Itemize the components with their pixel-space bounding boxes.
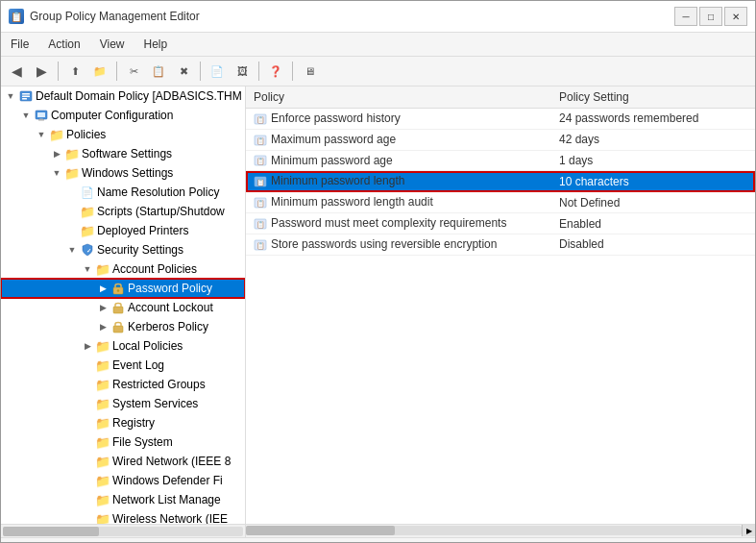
wireless-network-toggle (80, 511, 95, 524)
copy-button[interactable]: 📋 (147, 60, 170, 83)
account-lockout-toggle[interactable]: ▶ (95, 300, 110, 315)
kerberos-toggle[interactable]: ▶ (95, 319, 110, 334)
policy-name: Minimum password age (271, 154, 393, 167)
tree-h-scrollbar[interactable] (1, 525, 246, 537)
tree-panel[interactable]: ▼ Default Domain Policy [ADBASICS.THM ▲ … (1, 86, 246, 524)
tree-windows-settings[interactable]: ▼ 📁 Windows Settings (1, 163, 245, 183)
tree-computer-config[interactable]: ▼ Computer Configuration (1, 106, 245, 125)
file-system-icon: 📁 (95, 434, 110, 450)
wired-network-toggle (80, 454, 95, 469)
svg-rect-7 (39, 119, 43, 120)
tree-restricted-groups[interactable]: 📁 Restricted Groups (1, 375, 245, 394)
view-button[interactable]: 🖼 (231, 60, 254, 83)
setting-column-header[interactable]: Policy Setting (551, 86, 755, 109)
tree-wired-network[interactable]: 📁 Wired Network (IEEE 8 (1, 452, 245, 471)
computer-config-toggle[interactable]: ▼ (18, 108, 34, 123)
back-button[interactable]: ◀ (5, 60, 28, 83)
table-row[interactable]: 📋Store passwords using reversible encryp… (246, 234, 755, 255)
table-row[interactable]: 📋Minimum password age1 days (246, 150, 755, 171)
detail-h-scrollbar[interactable]: ▶ (246, 525, 755, 537)
detail-panel: Policy Policy Setting 📋Enforce password … (246, 86, 755, 524)
delete-button[interactable]: ✖ (172, 60, 195, 83)
windows-settings-toggle[interactable]: ▼ (49, 165, 64, 181)
table-row[interactable]: 📋Minimum password length auditNot Define… (246, 192, 755, 213)
tree-scripts[interactable]: 📁 Scripts (Startup/Shutdow (1, 202, 245, 221)
computer-config-icon (34, 108, 49, 123)
svg-rect-5 (37, 112, 45, 117)
policy-row-icon: 📋 (254, 154, 271, 167)
wireless-network-icon: 📁 (95, 511, 110, 524)
svg-rect-2 (22, 96, 30, 98)
policy-row-icon: 📋 (254, 133, 271, 146)
policy-column-header[interactable]: Policy (246, 86, 551, 109)
tree-system-services[interactable]: 📁 System Services (1, 394, 245, 413)
menu-action[interactable]: Action (38, 35, 89, 54)
restricted-groups-toggle (80, 377, 95, 392)
windows-defender-toggle (80, 473, 95, 488)
tree-account-policies[interactable]: ▼ 📁 Account Policies (1, 259, 245, 279)
tree-policies[interactable]: ▼ 📁 Policies (1, 125, 245, 144)
tree-event-log[interactable]: 📁 Event Log (1, 356, 245, 375)
menu-file[interactable]: File (1, 35, 38, 54)
scroll-right-btn[interactable]: ▶ (742, 525, 755, 536)
minimize-button[interactable]: ─ (674, 7, 697, 26)
menu-help[interactable]: Help (134, 35, 178, 54)
tree-account-lockout[interactable]: ▶ Account Lockout (1, 298, 245, 317)
table-row[interactable]: 📋Minimum password length10 characters (246, 171, 755, 192)
browse-button[interactable]: 📁 (88, 60, 111, 83)
status-bar (1, 537, 755, 542)
table-row[interactable]: 📋Maximum password age42 days (246, 129, 755, 150)
policy-name: Maximum password age (271, 133, 396, 146)
tree-deployed-printers[interactable]: 📁 Deployed Printers (1, 221, 245, 240)
security-settings-toggle[interactable]: ▼ (64, 242, 80, 258)
cut-button[interactable]: ✂ (122, 60, 145, 83)
tree-local-policies[interactable]: ▶ 📁 Local Policies (1, 336, 245, 356)
tree-password-policy[interactable]: ▶ Password Policy (1, 279, 245, 298)
table-row[interactable]: 📋Password must meet complexity requireme… (246, 213, 755, 234)
close-button[interactable]: ✕ (724, 7, 747, 26)
registry-label: Registry (112, 416, 155, 430)
svg-text:📋: 📋 (256, 199, 265, 208)
tree-windows-defender[interactable]: 📁 Windows Defender Fi (1, 471, 245, 490)
up-button[interactable]: ⬆ (63, 60, 86, 83)
policies-label: Policies (66, 128, 106, 141)
security-settings-icon: ✓ (80, 242, 95, 258)
software-settings-toggle[interactable]: ▶ (49, 146, 64, 161)
tree-software-settings[interactable]: ▶ 📁 Software Settings (1, 144, 245, 163)
policies-toggle[interactable]: ▼ (34, 127, 49, 142)
maximize-button[interactable]: □ (699, 7, 722, 26)
tree-file-system[interactable]: 📁 File System (1, 432, 245, 452)
password-policy-toggle[interactable]: ▶ (95, 281, 110, 296)
local-policies-toggle[interactable]: ▶ (80, 338, 95, 354)
tree-root[interactable]: ▼ Default Domain Policy [ADBASICS.THM ▲ (1, 86, 245, 106)
tree-registry[interactable]: 📁 Registry (1, 413, 245, 432)
root-toggle[interactable]: ▼ (3, 88, 18, 104)
wireless-network-label: Wireless Network (IEE (112, 512, 228, 524)
detail-table[interactable]: Policy Policy Setting 📋Enforce password … (246, 86, 755, 524)
tree-kerberos-policy[interactable]: ▶ Kerberos Policy (1, 317, 245, 336)
file-system-toggle (80, 434, 95, 450)
tree-security-settings[interactable]: ▼ ✓ Security Settings (1, 240, 245, 259)
svg-point-10 (117, 289, 119, 291)
console-button[interactable]: 🖥 (298, 60, 321, 83)
account-policies-toggle[interactable]: ▼ (80, 261, 95, 277)
windows-defender-icon: 📁 (95, 473, 110, 488)
table-row[interactable]: 📋Enforce password history24 passwords re… (246, 109, 755, 130)
help-button[interactable]: ❓ (264, 60, 287, 83)
wired-network-label: Wired Network (IEEE 8 (112, 455, 231, 468)
deployed-printers-icon: 📁 (80, 223, 95, 238)
tree-name-resolution[interactable]: 📄 Name Resolution Policy (1, 183, 245, 202)
system-services-icon: 📁 (95, 396, 110, 411)
svg-text:✓: ✓ (86, 248, 91, 254)
toolbar-separator-5 (292, 62, 293, 81)
forward-button[interactable]: ▶ (30, 60, 53, 83)
tree-wireless-network[interactable]: 📁 Wireless Network (IEE (1, 509, 245, 524)
menu-view[interactable]: View (90, 35, 134, 54)
policy-row-icon: 📋 (254, 237, 271, 251)
tree-network-list[interactable]: 📁 Network List Manage (1, 490, 245, 509)
account-policies-label: Account Policies (112, 262, 197, 276)
properties-button[interactable]: 📄 (206, 60, 229, 83)
security-settings-label: Security Settings (97, 243, 183, 257)
policy-name-cell: 📋Maximum password age (246, 129, 551, 150)
network-list-icon: 📁 (95, 492, 110, 507)
